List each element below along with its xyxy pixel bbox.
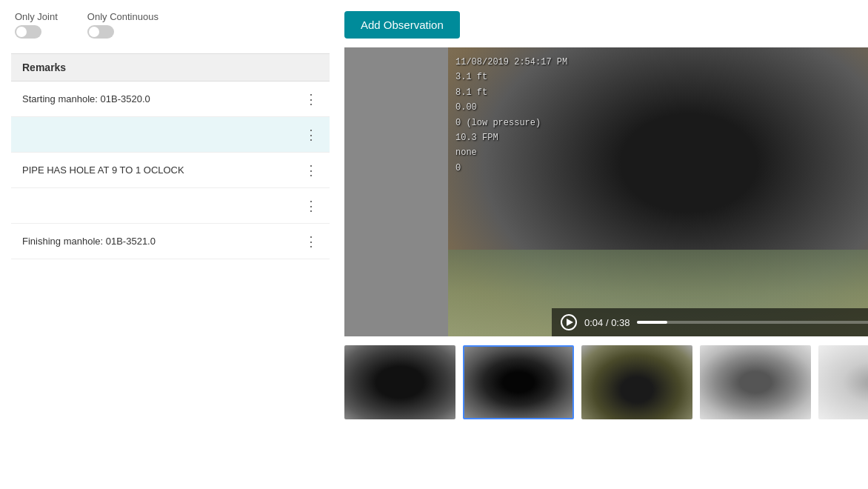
toggle-continuous-switch[interactable] bbox=[87, 25, 114, 39]
overlay-line-6: none bbox=[455, 145, 567, 160]
remarks-list: Starting manhole: 01B-3520.0 ⋮ ⋮ PIPE HA… bbox=[11, 82, 330, 259]
thumbnail-2-selected[interactable] bbox=[463, 345, 574, 419]
thumbnail-5-img bbox=[818, 345, 868, 419]
dots-menu-5[interactable]: ⋮ bbox=[304, 235, 318, 248]
thumbnail-1[interactable] bbox=[344, 345, 455, 419]
play-icon bbox=[567, 319, 573, 326]
toggles-row: Only Joint Only Continuous bbox=[11, 11, 330, 39]
toggle-joint-switch[interactable] bbox=[15, 25, 41, 39]
remarks-header: Remarks bbox=[11, 53, 330, 82]
overlay-line-3: 0.00 bbox=[455, 100, 567, 115]
time-display: 0:04 / 0:38 bbox=[584, 317, 630, 328]
toggle-joint-label: Only Joint bbox=[15, 11, 58, 22]
thumbnail-2-img bbox=[464, 347, 572, 418]
video-main: 11/08/2019 2:54:17 PM 3.1 ft 8.1 ft 0.00… bbox=[448, 47, 868, 336]
progress-bar[interactable] bbox=[637, 321, 868, 324]
remark-row-5[interactable]: Finishing manhole: 01B-3521.0 ⋮ bbox=[11, 224, 330, 259]
toggle-joint-group: Only Joint bbox=[15, 11, 58, 39]
thumbnail-4[interactable] bbox=[700, 345, 811, 419]
thumbnail-4-img bbox=[700, 345, 811, 419]
remark-row-4[interactable]: ⋮ bbox=[11, 188, 330, 224]
dots-menu-2[interactable]: ⋮ bbox=[304, 128, 318, 142]
thumbnail-3-img bbox=[581, 345, 692, 419]
overlay-line-1: 3.1 ft bbox=[455, 70, 567, 84]
remark-text: Starting manhole: 01B-3520.0 bbox=[22, 93, 150, 104]
thumbnail-3[interactable] bbox=[581, 345, 692, 419]
overlay-line-4: 0 (low pressure) bbox=[455, 116, 567, 130]
video-controls: 0:04 / 0:38 bbox=[552, 308, 868, 336]
thumbnails-row bbox=[344, 345, 868, 419]
dots-menu-1[interactable]: ⋮ bbox=[304, 93, 318, 106]
overlay-line-7: 0 bbox=[455, 161, 567, 176]
overlay-line-2: 8.1 ft bbox=[455, 85, 567, 100]
add-observation-button[interactable]: Add Observation bbox=[344, 11, 460, 39]
progress-bar-fill bbox=[637, 321, 667, 324]
remark-row-selected[interactable]: ⋮ bbox=[11, 117, 330, 153]
video-left-gray bbox=[344, 47, 448, 336]
right-panel: Add Observation 11/08/2019 2:54:17 PM 3.… bbox=[344, 11, 868, 478]
dots-menu-4[interactable]: ⋮ bbox=[304, 199, 318, 213]
toggle-continuous-group: Only Continuous bbox=[87, 11, 158, 39]
thumbnail-5[interactable] bbox=[818, 345, 868, 419]
remark-text-5: Finishing manhole: 01B-3521.0 bbox=[22, 236, 156, 247]
thumbnail-1-img bbox=[344, 345, 455, 419]
overlay-timestamp: 11/08/2019 2:54:17 PM bbox=[455, 55, 567, 70]
remark-row-3[interactable]: PIPE HAS HOLE AT 9 TO 1 OCLOCK ⋮ bbox=[11, 153, 330, 188]
remark-row[interactable]: Starting manhole: 01B-3520.0 ⋮ bbox=[11, 82, 330, 117]
remark-text-3: PIPE HAS HOLE AT 9 TO 1 OCLOCK bbox=[22, 164, 184, 176]
video-overlay-text: 11/08/2019 2:54:17 PM 3.1 ft 8.1 ft 0.00… bbox=[455, 55, 567, 176]
toggle-continuous-label: Only Continuous bbox=[87, 11, 158, 22]
video-container: 11/08/2019 2:54:17 PM 3.1 ft 8.1 ft 0.00… bbox=[344, 47, 868, 336]
play-button[interactable] bbox=[561, 314, 577, 330]
dots-menu-3[interactable]: ⋮ bbox=[304, 164, 318, 177]
left-panel: Only Joint Only Continuous Remarks Start… bbox=[11, 11, 330, 478]
overlay-line-5: 10.3 FPM bbox=[455, 130, 567, 145]
